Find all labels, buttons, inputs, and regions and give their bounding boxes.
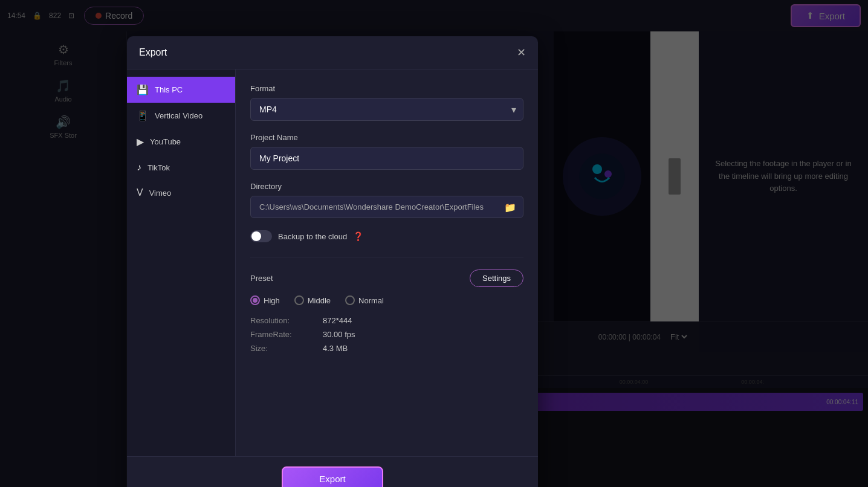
- format-group: Format MP4 MOV AVI GIF ▾: [250, 84, 523, 121]
- settings-button[interactable]: Settings: [470, 269, 523, 287]
- sidebar-item-youtube[interactable]: ▶ YouTube: [127, 129, 235, 155]
- preset-section: Preset Settings High Middle: [250, 257, 523, 353]
- format-label: Format: [250, 84, 523, 93]
- preset-middle[interactable]: Middle: [294, 295, 331, 305]
- tiktok-icon: ♪: [137, 162, 141, 173]
- vertical-video-label: Vertical Video: [155, 111, 202, 120]
- preset-normal[interactable]: Normal: [345, 295, 384, 305]
- backup-toggle[interactable]: [250, 230, 272, 242]
- preset-header: Preset Settings: [250, 269, 523, 287]
- project-name-input[interactable]: [250, 147, 523, 170]
- radio-high-circle: [250, 295, 260, 305]
- preset-radio-group: High Middle Normal: [250, 295, 523, 305]
- framerate-key: FrameRate:: [250, 330, 323, 339]
- vertical-video-icon: 📱: [137, 110, 149, 121]
- export-modal: Export ✕ 💾 This PC 📱 Vertical Video ▶ Yo…: [127, 36, 538, 487]
- backup-help-icon[interactable]: ❓: [353, 231, 363, 241]
- modal-close-button[interactable]: ✕: [517, 46, 526, 59]
- format-select-wrapper: MP4 MOV AVI GIF ▾: [250, 98, 523, 121]
- radio-middle-circle: [294, 295, 304, 305]
- preset-label: Preset: [250, 274, 273, 283]
- project-name-label: Project Name: [250, 133, 523, 142]
- directory-wrapper: 📁: [250, 196, 523, 218]
- export-button-modal[interactable]: Export: [282, 466, 383, 487]
- this-pc-label: This PC: [155, 85, 183, 94]
- backup-label: Backup to the cloud: [278, 232, 347, 241]
- tiktok-label: TikTok: [147, 163, 170, 172]
- folder-icon[interactable]: 📁: [504, 201, 516, 213]
- directory-input[interactable]: [250, 196, 523, 218]
- vimeo-label: Vimeo: [149, 189, 172, 198]
- modal-overlay: Export ✕ 💾 This PC 📱 Vertical Video ▶ Yo…: [0, 0, 868, 487]
- radio-normal-circle: [345, 295, 355, 305]
- modal-footer: Export: [127, 456, 538, 487]
- sidebar-item-vimeo[interactable]: V Vimeo: [127, 180, 235, 205]
- radio-middle-label: Middle: [308, 296, 331, 305]
- backup-row: Backup to the cloud ❓: [250, 230, 523, 242]
- project-name-group: Project Name: [250, 133, 523, 170]
- modal-title: Export: [139, 47, 167, 58]
- this-pc-icon: 💾: [137, 84, 149, 95]
- resolution-key: Resolution:: [250, 316, 323, 325]
- modal-content: Format MP4 MOV AVI GIF ▾ Project Name: [236, 69, 538, 456]
- framerate-value: 30.00 fps: [323, 330, 523, 339]
- radio-high-label: High: [264, 296, 280, 305]
- modal-header: Export ✕: [127, 36, 538, 69]
- size-key: Size:: [250, 344, 323, 353]
- vimeo-icon: V: [137, 187, 143, 198]
- modal-body: 💾 This PC 📱 Vertical Video ▶ YouTube ♪ T…: [127, 69, 538, 456]
- resolution-value: 872*444: [323, 316, 523, 325]
- sidebar-item-tiktok[interactable]: ♪ TikTok: [127, 155, 235, 180]
- size-value: 4.3 MB: [323, 344, 523, 353]
- directory-group: Directory 📁: [250, 182, 523, 218]
- preset-high[interactable]: High: [250, 295, 280, 305]
- info-grid: Resolution: 872*444 FrameRate: 30.00 fps…: [250, 316, 523, 353]
- youtube-icon: ▶: [137, 136, 144, 147]
- sidebar-item-vertical-video[interactable]: 📱 Vertical Video: [127, 103, 235, 129]
- youtube-label: YouTube: [150, 137, 181, 146]
- sidebar-item-this-pc[interactable]: 💾 This PC: [127, 77, 235, 103]
- format-select[interactable]: MP4 MOV AVI GIF: [250, 98, 523, 121]
- directory-label: Directory: [250, 182, 523, 191]
- modal-sidebar: 💾 This PC 📱 Vertical Video ▶ YouTube ♪ T…: [127, 69, 236, 456]
- radio-normal-label: Normal: [358, 296, 384, 305]
